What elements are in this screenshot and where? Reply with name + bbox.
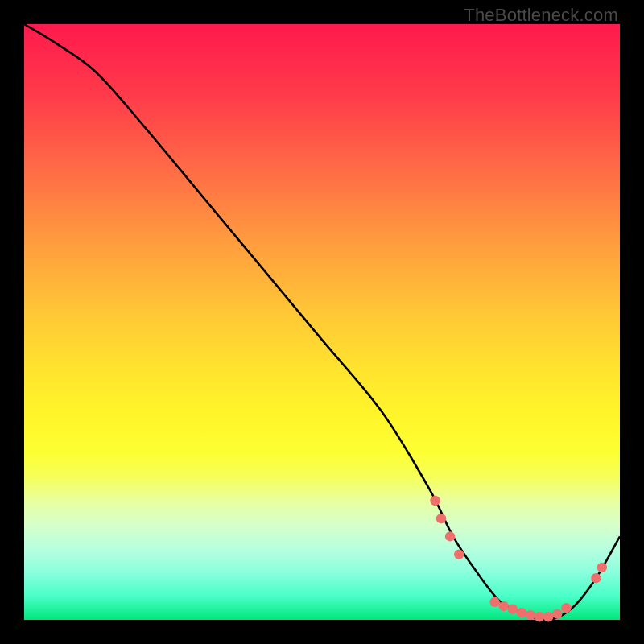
data-marker	[445, 531, 455, 541]
chart-frame: TheBottleneck.com	[0, 0, 644, 644]
data-marker	[561, 603, 571, 613]
data-marker	[454, 549, 464, 559]
data-marker	[436, 514, 446, 523]
data-marker	[591, 573, 601, 583]
data-marker	[430, 496, 440, 506]
watermark-text: TheBottleneck.com	[464, 5, 618, 26]
data-marker	[597, 563, 607, 572]
data-marker	[535, 612, 544, 621]
bottleneck-curve	[24, 24, 620, 620]
data-marker	[517, 608, 526, 617]
data-marker	[508, 604, 518, 613]
plot-area	[24, 24, 620, 620]
data-marker	[526, 610, 535, 620]
curve-svg	[24, 24, 620, 620]
data-marker	[543, 612, 553, 621]
marker-group	[430, 496, 607, 622]
data-marker	[499, 601, 509, 611]
data-marker	[552, 609, 562, 618]
data-marker	[489, 597, 499, 607]
